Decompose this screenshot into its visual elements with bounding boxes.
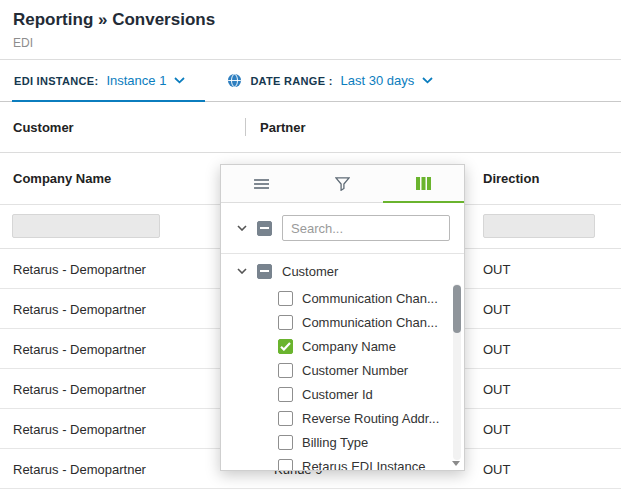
- page-header: Reporting » Conversions EDI: [0, 0, 621, 60]
- column-option-label: Customer Number: [302, 363, 408, 378]
- page-title: Reporting » Conversions: [13, 10, 607, 30]
- column-option[interactable]: Company Name: [221, 334, 464, 358]
- cell-direction: OUT: [483, 341, 510, 356]
- edi-instance-label: EDI INSTANCE:: [14, 75, 98, 87]
- column-option-label: Reverse Routing Addr...: [302, 411, 439, 426]
- tab-filter[interactable]: [302, 165, 383, 202]
- toolbar: EDI INSTANCE: Instance 1 DATE RANGE : La…: [0, 60, 621, 102]
- cell-company: Retarus - Demopartner: [13, 421, 146, 436]
- columns-icon: [416, 177, 431, 190]
- popup-tabs: [221, 165, 464, 203]
- chevron-down-icon: [174, 77, 185, 84]
- column-group-label: Customer: [282, 264, 338, 279]
- customer-group-checkbox[interactable]: [257, 264, 272, 279]
- select-all-checkbox[interactable]: [257, 221, 272, 236]
- checkbox-unchecked[interactable]: [278, 435, 293, 450]
- tab-columns[interactable]: [383, 165, 464, 202]
- checkbox-unchecked[interactable]: [278, 315, 293, 330]
- date-range-dropdown[interactable]: DATE RANGE : Last 30 days: [225, 60, 443, 101]
- cell-direction: OUT: [483, 461, 510, 476]
- cell-direction: OUT: [483, 261, 510, 276]
- cell-company: Retarus - Demopartner: [13, 341, 146, 356]
- column-option[interactable]: Communication Chan...: [221, 286, 464, 310]
- page-subtitle: EDI: [13, 36, 607, 59]
- cell-direction: OUT: [483, 421, 510, 436]
- column-header-direction[interactable]: Direction: [483, 171, 539, 186]
- column-search-input[interactable]: [282, 215, 450, 241]
- scrollbar-down-arrow-icon[interactable]: [452, 461, 460, 466]
- column-option[interactable]: Customer Id: [221, 382, 464, 406]
- popup-scrollbar-thumb[interactable]: [453, 285, 461, 333]
- cell-company: Retarus - Demopartner: [13, 381, 146, 396]
- company-filter-input[interactable]: [12, 214, 160, 238]
- checkbox-unchecked[interactable]: [278, 387, 293, 402]
- checkbox-unchecked[interactable]: [278, 291, 293, 306]
- column-selector-popup: Customer Communication Chan...Communicat…: [220, 164, 465, 471]
- direction-filter-input[interactable]: [483, 214, 595, 238]
- column-list: Communication Chan...Communication Chan.…: [221, 284, 464, 471]
- edi-instance-dropdown[interactable]: EDI INSTANCE: Instance 1: [12, 60, 213, 101]
- popup-search-row: [221, 203, 464, 253]
- column-option[interactable]: Billing Type: [221, 430, 464, 454]
- column-option-label: Company Name: [302, 339, 396, 354]
- date-range-label: DATE RANGE :: [250, 75, 332, 87]
- column-option[interactable]: Retarus EDI Instance: [221, 454, 464, 471]
- group-header-partner: Partner: [246, 120, 306, 135]
- group-header-customer: Customer: [0, 120, 245, 135]
- column-option-label: Retarus EDI Instance: [302, 459, 426, 472]
- edi-instance-value: Instance 1: [106, 73, 166, 88]
- group-header-row: Customer Partner: [0, 102, 621, 153]
- filter-icon: [335, 177, 350, 191]
- checkbox-unchecked[interactable]: [278, 411, 293, 426]
- checkbox-unchecked[interactable]: [278, 363, 293, 378]
- popup-scrollbar-track[interactable]: [453, 284, 461, 460]
- tab-menu[interactable]: [221, 165, 302, 202]
- cell-company: Retarus - Demopartner: [13, 461, 146, 476]
- column-option-label: Communication Chan...: [302, 315, 438, 330]
- checkbox-unchecked[interactable]: [278, 459, 293, 472]
- menu-icon: [254, 178, 269, 190]
- column-option[interactable]: Communication Chan...: [221, 310, 464, 334]
- chevron-down-icon: [422, 77, 433, 84]
- column-header-company-name[interactable]: Company Name: [0, 171, 111, 186]
- cell-direction: OUT: [483, 301, 510, 316]
- customer-group-row[interactable]: Customer: [221, 254, 464, 284]
- group-collapse-chevron-icon[interactable]: [237, 268, 247, 274]
- cell-company: Retarus - Demopartner: [13, 301, 146, 316]
- cell-direction: OUT: [483, 381, 510, 396]
- column-option-label: Customer Id: [302, 387, 373, 402]
- collapse-chevron-icon[interactable]: [237, 225, 247, 231]
- checkbox-checked[interactable]: [278, 339, 293, 354]
- column-option[interactable]: Customer Number: [221, 358, 464, 382]
- column-option[interactable]: Reverse Routing Addr...: [221, 406, 464, 430]
- date-range-value: Last 30 days: [341, 73, 415, 88]
- column-option-label: Communication Chan...: [302, 291, 438, 306]
- column-option-label: Billing Type: [302, 435, 368, 450]
- cell-company: Retarus - Demopartner: [13, 261, 146, 276]
- globe-icon: [227, 73, 242, 88]
